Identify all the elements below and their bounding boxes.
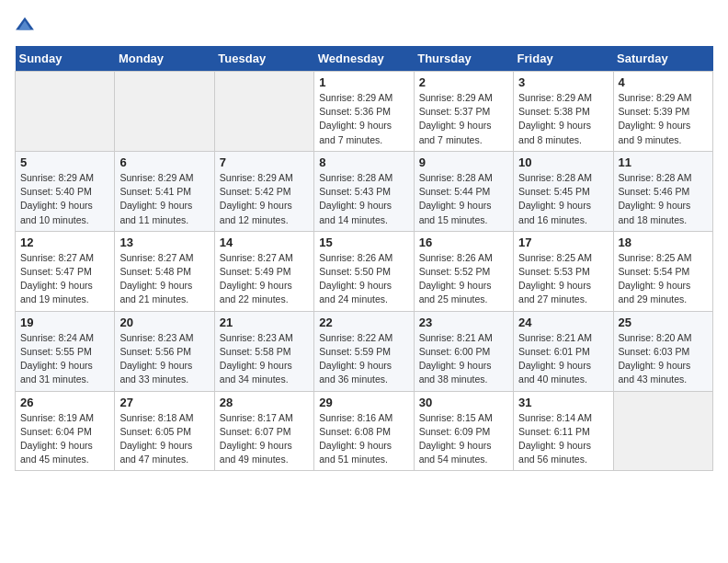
day-cell: 2Sunrise: 8:29 AM Sunset: 5:37 PM Daylig…	[414, 72, 513, 152]
day-number: 16	[419, 236, 508, 249]
day-cell: 30Sunrise: 8:15 AM Sunset: 6:09 PM Dayli…	[414, 391, 513, 471]
day-cell	[16, 72, 115, 152]
day-cell: 17Sunrise: 8:25 AM Sunset: 5:53 PM Dayli…	[514, 231, 613, 311]
day-cell: 14Sunrise: 8:27 AM Sunset: 5:49 PM Dayli…	[214, 231, 313, 311]
day-cell	[115, 72, 214, 152]
header-sunday: Sunday	[16, 46, 115, 72]
logo	[15, 15, 39, 35]
day-detail: Sunrise: 8:18 AM Sunset: 6:05 PM Dayligh…	[119, 411, 209, 467]
day-detail: Sunrise: 8:28 AM Sunset: 5:44 PM Dayligh…	[419, 171, 508, 227]
day-number: 24	[518, 316, 608, 329]
week-row-3: 19Sunrise: 8:24 AM Sunset: 5:55 PM Dayli…	[16, 311, 713, 391]
day-detail: Sunrise: 8:25 AM Sunset: 5:53 PM Dayligh…	[518, 251, 608, 307]
header	[15, 15, 713, 35]
day-detail: Sunrise: 8:28 AM Sunset: 5:46 PM Dayligh…	[619, 171, 708, 227]
day-number: 3	[518, 75, 608, 89]
day-number: 9	[419, 155, 508, 169]
day-number: 8	[319, 155, 408, 169]
day-number: 5	[20, 155, 109, 169]
day-detail: Sunrise: 8:29 AM Sunset: 5:36 PM Dayligh…	[319, 91, 408, 147]
day-cell	[613, 391, 712, 471]
week-row-0: 1Sunrise: 8:29 AM Sunset: 5:36 PM Daylig…	[16, 72, 713, 152]
week-row-2: 12Sunrise: 8:27 AM Sunset: 5:47 PM Dayli…	[16, 231, 713, 311]
day-detail: Sunrise: 8:26 AM Sunset: 5:50 PM Dayligh…	[319, 251, 408, 307]
day-detail: Sunrise: 8:19 AM Sunset: 6:04 PM Dayligh…	[20, 411, 109, 467]
day-detail: Sunrise: 8:14 AM Sunset: 6:11 PM Dayligh…	[518, 411, 608, 467]
day-detail: Sunrise: 8:21 AM Sunset: 6:01 PM Dayligh…	[518, 331, 608, 387]
day-cell: 16Sunrise: 8:26 AM Sunset: 5:52 PM Dayli…	[414, 231, 513, 311]
logo-icon	[15, 15, 35, 35]
day-cell: 19Sunrise: 8:24 AM Sunset: 5:55 PM Dayli…	[16, 311, 115, 391]
day-number: 11	[619, 155, 708, 169]
day-number: 28	[220, 396, 309, 409]
day-cell: 22Sunrise: 8:22 AM Sunset: 5:59 PM Dayli…	[314, 311, 414, 391]
day-number: 19	[20, 316, 109, 329]
day-cell: 8Sunrise: 8:28 AM Sunset: 5:43 PM Daylig…	[314, 151, 414, 231]
day-detail: Sunrise: 8:24 AM Sunset: 5:55 PM Dayligh…	[20, 331, 109, 387]
day-number: 26	[20, 396, 109, 409]
day-detail: Sunrise: 8:29 AM Sunset: 5:39 PM Dayligh…	[619, 91, 708, 147]
day-detail: Sunrise: 8:15 AM Sunset: 6:09 PM Dayligh…	[419, 411, 508, 467]
header-monday: Monday	[115, 46, 214, 72]
day-number: 14	[220, 236, 309, 249]
day-detail: Sunrise: 8:26 AM Sunset: 5:52 PM Dayligh…	[419, 251, 508, 307]
days-header-row: SundayMondayTuesdayWednesdayThursdayFrid…	[16, 46, 713, 72]
day-detail: Sunrise: 8:23 AM Sunset: 5:58 PM Dayligh…	[220, 331, 309, 387]
day-cell	[214, 72, 313, 152]
day-number: 6	[119, 155, 209, 169]
day-number: 18	[619, 236, 708, 249]
day-cell: 29Sunrise: 8:16 AM Sunset: 6:08 PM Dayli…	[314, 391, 414, 471]
day-number: 2	[419, 75, 508, 89]
header-friday: Friday	[514, 46, 613, 72]
day-cell: 10Sunrise: 8:28 AM Sunset: 5:45 PM Dayli…	[514, 151, 613, 231]
day-cell: 7Sunrise: 8:29 AM Sunset: 5:42 PM Daylig…	[214, 151, 313, 231]
day-cell: 27Sunrise: 8:18 AM Sunset: 6:05 PM Dayli…	[115, 391, 214, 471]
day-number: 27	[119, 396, 209, 409]
day-number: 4	[619, 75, 708, 89]
header-wednesday: Wednesday	[314, 46, 414, 72]
day-cell: 26Sunrise: 8:19 AM Sunset: 6:04 PM Dayli…	[16, 391, 115, 471]
day-detail: Sunrise: 8:25 AM Sunset: 5:54 PM Dayligh…	[619, 251, 708, 307]
day-number: 21	[220, 316, 309, 329]
day-detail: Sunrise: 8:27 AM Sunset: 5:49 PM Dayligh…	[220, 251, 309, 307]
day-detail: Sunrise: 8:23 AM Sunset: 5:56 PM Dayligh…	[119, 331, 209, 387]
day-cell: 4Sunrise: 8:29 AM Sunset: 5:39 PM Daylig…	[613, 72, 712, 152]
day-number: 7	[220, 155, 309, 169]
day-number: 13	[119, 236, 209, 249]
day-cell: 21Sunrise: 8:23 AM Sunset: 5:58 PM Dayli…	[214, 311, 313, 391]
day-number: 15	[319, 236, 408, 249]
day-detail: Sunrise: 8:17 AM Sunset: 6:07 PM Dayligh…	[220, 411, 309, 467]
day-cell: 25Sunrise: 8:20 AM Sunset: 6:03 PM Dayli…	[613, 311, 712, 391]
day-detail: Sunrise: 8:29 AM Sunset: 5:38 PM Dayligh…	[518, 91, 608, 147]
day-number: 17	[518, 236, 608, 249]
day-detail: Sunrise: 8:29 AM Sunset: 5:40 PM Dayligh…	[20, 171, 109, 227]
day-cell: 23Sunrise: 8:21 AM Sunset: 6:00 PM Dayli…	[414, 311, 513, 391]
day-cell: 1Sunrise: 8:29 AM Sunset: 5:36 PM Daylig…	[314, 72, 414, 152]
day-cell: 6Sunrise: 8:29 AM Sunset: 5:41 PM Daylig…	[115, 151, 214, 231]
day-detail: Sunrise: 8:22 AM Sunset: 5:59 PM Dayligh…	[319, 331, 408, 387]
day-number: 1	[319, 75, 408, 89]
day-detail: Sunrise: 8:29 AM Sunset: 5:42 PM Dayligh…	[220, 171, 309, 227]
day-detail: Sunrise: 8:21 AM Sunset: 6:00 PM Dayligh…	[419, 331, 508, 387]
day-cell: 28Sunrise: 8:17 AM Sunset: 6:07 PM Dayli…	[214, 391, 313, 471]
day-number: 22	[319, 316, 408, 329]
day-number: 25	[619, 316, 708, 329]
day-detail: Sunrise: 8:27 AM Sunset: 5:48 PM Dayligh…	[119, 251, 209, 307]
day-cell: 15Sunrise: 8:26 AM Sunset: 5:50 PM Dayli…	[314, 231, 414, 311]
day-cell: 11Sunrise: 8:28 AM Sunset: 5:46 PM Dayli…	[613, 151, 712, 231]
day-cell: 3Sunrise: 8:29 AM Sunset: 5:38 PM Daylig…	[514, 72, 613, 152]
header-thursday: Thursday	[414, 46, 513, 72]
day-number: 12	[20, 236, 109, 249]
day-detail: Sunrise: 8:27 AM Sunset: 5:47 PM Dayligh…	[20, 251, 109, 307]
header-tuesday: Tuesday	[214, 46, 313, 72]
day-number: 30	[419, 396, 508, 409]
day-detail: Sunrise: 8:28 AM Sunset: 5:43 PM Dayligh…	[319, 171, 408, 227]
day-detail: Sunrise: 8:28 AM Sunset: 5:45 PM Dayligh…	[518, 171, 608, 227]
day-cell: 24Sunrise: 8:21 AM Sunset: 6:01 PM Dayli…	[514, 311, 613, 391]
header-saturday: Saturday	[613, 46, 712, 72]
day-cell: 20Sunrise: 8:23 AM Sunset: 5:56 PM Dayli…	[115, 311, 214, 391]
day-number: 31	[518, 396, 608, 409]
day-cell: 31Sunrise: 8:14 AM Sunset: 6:11 PM Dayli…	[514, 391, 613, 471]
day-cell: 9Sunrise: 8:28 AM Sunset: 5:44 PM Daylig…	[414, 151, 513, 231]
day-cell: 5Sunrise: 8:29 AM Sunset: 5:40 PM Daylig…	[16, 151, 115, 231]
